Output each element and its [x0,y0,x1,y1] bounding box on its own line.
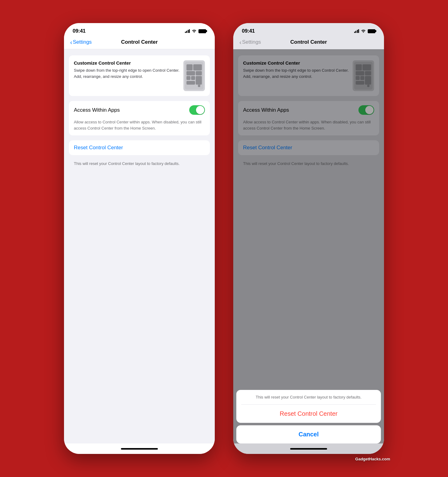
svg-rect-5 [186,76,190,80]
wifi-icon-1 [192,29,197,34]
signal-icon-1 [185,29,190,33]
status-bar-2: 09:41 [233,23,384,37]
svg-rect-6 [191,76,195,80]
action-sheet-cancel-btn[interactable]: Cancel [236,425,381,443]
back-label-1: Settings [73,39,92,45]
action-sheet-group: This will reset your Control Center layo… [236,390,381,423]
customize-text-1: Customize Control Center Swipe down from… [74,60,180,79]
reset-section-1: Reset Control Center [69,140,210,155]
watermark: GadgetHacks.com [355,457,390,461]
cc-thumbnail-1 [183,60,205,91]
action-sheet-cancel-group: Cancel [236,425,381,443]
access-toggle-1[interactable] [189,105,205,115]
chevron-icon-2: ‹ [239,39,242,45]
time-1: 09:41 [73,28,86,34]
customize-desc-1: Swipe down from the top-right edge to op… [74,67,180,79]
access-desc-1: Allow access to Control Center within ap… [69,119,210,135]
reset-button-1[interactable]: Reset Control Center [74,145,123,150]
time-2: 09:41 [242,28,255,34]
home-indicator-1 [64,443,215,454]
phone2-content-wrap: Customize Control Center Swipe down from… [233,49,384,454]
svg-rect-4 [196,71,202,75]
svg-rect-3 [186,71,195,75]
reset-desc-1: This will reset your Control Center layo… [69,160,210,168]
phone-2: 09:41 ‹ Settings [233,23,384,454]
battery-icon-2 [368,29,375,33]
action-sheet: This will reset your Control Center layo… [236,390,381,444]
nav-bar-2: ‹ Settings Control Center [233,37,384,49]
chevron-icon-1: ‹ [70,39,72,45]
status-icons-1 [185,29,206,34]
back-button-2[interactable]: ‹ Settings [239,39,261,45]
access-label-1: Access Within Apps [74,107,120,113]
svg-rect-1 [186,64,193,70]
action-sheet-reset-btn[interactable]: Reset Control Center [236,405,381,423]
signal-icon-2 [354,29,359,33]
access-toggle-section-1: Access Within Apps Allow access to Contr… [69,101,210,135]
action-sheet-desc: This will reset your Control Center layo… [236,390,381,405]
svg-rect-7 [196,76,202,85]
svg-rect-8 [186,81,195,85]
toggle-row-1: Access Within Apps [69,101,210,119]
home-indicator-2 [233,443,384,454]
back-button-1[interactable]: ‹ Settings [70,39,92,45]
back-label-2: Settings [242,39,261,45]
home-bar-1 [121,448,158,450]
reset-button-row-1[interactable]: Reset Control Center [69,140,210,155]
status-icons-2 [354,29,376,34]
customize-title-1: Customize Control Center [74,60,180,66]
status-bar-1: 09:41 [64,23,215,37]
content-1: Customize Control Center Swipe down from… [64,49,215,443]
nav-title-2: Control Center [290,39,327,45]
customize-card-1: Customize Control Center Swipe down from… [69,55,210,96]
nav-title-1: Control Center [121,39,158,45]
svg-point-9 [198,85,200,87]
wifi-icon-2 [361,29,366,34]
home-bar-2 [290,448,327,450]
battery-icon-1 [198,29,206,33]
svg-rect-2 [193,64,202,70]
nav-bar-1: ‹ Settings Control Center [64,37,215,49]
phone-1: 09:41 ‹ Settings [64,23,215,454]
